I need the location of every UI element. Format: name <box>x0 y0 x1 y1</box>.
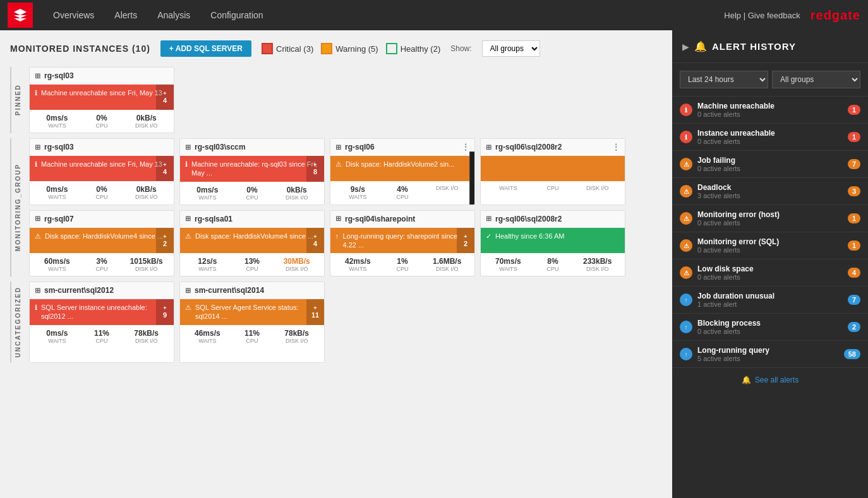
server-icon: ⊞ <box>35 143 40 151</box>
alert-icon: ⚠ <box>185 304 191 312</box>
card-metrics: 0ms/s WAITS 0% CPU 0kB/s DISK I/O <box>30 110 174 133</box>
card-menu-icon[interactable]: ⋮ <box>462 143 469 151</box>
alert-list-item[interactable]: ℹMachine unreachable0 active alerts1 <box>672 97 868 124</box>
card-menu-icon[interactable]: ⋮ <box>612 143 620 151</box>
waits-value: 0ms/s <box>35 114 80 122</box>
add-server-button[interactable]: + ADD SQL SERVER <box>160 40 251 57</box>
alert-list-item[interactable]: ⚠Job failing0 active alerts7 <box>672 151 868 178</box>
server-card[interactable]: ⊞ rg-sql04\sharepoint ↑ Long-running que… <box>330 210 475 277</box>
server-icon: ⊞ <box>35 287 40 295</box>
see-all-alerts[interactable]: 🔔 See all alerts <box>672 368 868 392</box>
alert-count-badge: 4 <box>848 268 860 278</box>
alert-list-item[interactable]: ↑Long-running query5 active alerts58 <box>672 341 868 368</box>
alert-row-title: Monitoring error (SQL) <box>697 237 843 246</box>
metric-cpu: CPU <box>531 185 576 191</box>
count-val: 8 <box>313 168 317 175</box>
page-title: MONITORED INSTANCES (10) <box>10 44 150 54</box>
alert-row-status-icon: ⚠ <box>680 212 692 225</box>
alert-row-subtitle: 3 active alerts <box>697 192 843 199</box>
server-card[interactable]: ⊞ rg-sql07 ⚠ Disk space: HarddiskVolume4… <box>29 210 174 277</box>
alert-list-item[interactable]: ℹInstance unreachable0 active alerts1 <box>672 124 868 151</box>
server-name: rg-sql03 <box>44 71 74 80</box>
server-card[interactable]: ⊞ rg-sql06\sql2008r2 ✓ Healthy since 6:3… <box>480 210 625 277</box>
healthy-label: Healthy (2) <box>401 44 441 54</box>
alert-list-item[interactable]: ↑Blocking process0 active alerts2 <box>672 314 868 341</box>
metric-disk: 78kB/s DISK I/O <box>274 329 319 344</box>
metric-disk: 1015kB/s DISK I/O <box>124 257 169 272</box>
server-icon: ⊞ <box>185 215 191 223</box>
alert-row-title: Low disk space <box>697 264 843 273</box>
waits-label: WAITS <box>486 266 531 272</box>
alert-icon: ℹ <box>185 160 188 169</box>
card-header: ⊞ rg-sql06 ⋮ <box>330 139 474 156</box>
metric-disk: 233kB/s DISK I/O <box>575 257 620 272</box>
server-card[interactable]: ⊞ rg-sqlsa01 ⚠ Disk space: HarddiskVolum… <box>179 210 325 277</box>
nav-analysis[interactable]: Analysis <box>147 0 200 30</box>
sidebar-collapse-btn[interactable]: ▶ <box>682 42 689 52</box>
card-metrics: 70ms/s WAITS 8% CPU 233kB/s DISK I/O <box>481 253 625 276</box>
alert-row-content: Long-running query5 active alerts <box>697 346 839 362</box>
server-card[interactable]: ⊞ sm-current\sql2014 ⚠ SQL Server Agent … <box>179 282 325 362</box>
alert-count: + 9 <box>156 299 174 325</box>
waits-label: WAITS <box>35 194 80 200</box>
cpu-value: 8% <box>531 257 576 266</box>
waits-value: 0ms/s <box>35 185 80 194</box>
show-select[interactable]: All groups <box>482 40 540 57</box>
app-logo[interactable] <box>8 3 33 28</box>
cpu-label: CPU <box>80 122 124 129</box>
nav-overviews[interactable]: Overviews <box>43 0 104 30</box>
cpu-label: CPU <box>380 266 425 272</box>
server-card[interactable]: ⊞ rg-sql06\sql2008r2 ⋮ WAITS <box>480 138 625 205</box>
cpu-label: CPU <box>80 194 124 200</box>
alert-text: SQL Server instance unreachable: sql2012… <box>41 303 169 321</box>
server-card[interactable]: ⊞ rg-sql03 ℹ Machine unreachable since F… <box>29 138 174 205</box>
card-metrics: 0ms/s WAITS 0% CPU 0kB/s DISK I/O <box>30 181 174 204</box>
nav-right: Help | Give feedback redgate <box>724 8 860 23</box>
server-card[interactable]: ⊞ rg-sql03 ℹ Machine unreachable since F… <box>29 67 174 133</box>
alert-text: Disk space: HarddiskVolume4 since ... <box>195 232 319 240</box>
nav-configuration[interactable]: Configuration <box>200 0 273 30</box>
metric-cpu: 0% CPU <box>230 186 275 201</box>
alert-icon: ✓ <box>486 232 491 240</box>
cpu-value: 0% <box>230 186 275 194</box>
time-filter[interactable]: Last 24 hours <box>680 71 768 88</box>
alert-list-item[interactable]: ↑Job duration unusual1 active alert7 <box>672 287 868 314</box>
alert-list-item[interactable]: ⚠Monitoring error (host)0 active alerts1 <box>672 205 868 232</box>
plus-sign: + <box>163 162 166 168</box>
alert-row-status-icon: ⚠ <box>680 266 692 279</box>
alert-row-content: Machine unreachable0 active alerts <box>697 102 843 118</box>
server-name: rg-sql07 <box>44 215 74 223</box>
help-link[interactable]: Help | Give feedback <box>724 11 800 20</box>
metric-waits: 46ms/s WAITS <box>185 329 230 344</box>
plus-sign: + <box>313 234 316 240</box>
metric-cpu: 1% CPU <box>380 257 425 272</box>
nav-alerts[interactable]: Alerts <box>104 0 147 30</box>
alert-row-title: Job duration unusual <box>697 292 843 300</box>
alert-text: Healthy since 6:36 AM <box>495 232 620 240</box>
alert-list-item[interactable]: ⚠Deadlock3 active alerts3 <box>672 178 868 205</box>
pinned-label: PINNED <box>10 67 24 133</box>
metric-waits: 42ms/s WAITS <box>335 257 380 272</box>
alert-count: + 8 <box>306 156 324 182</box>
healthy-box <box>386 43 397 54</box>
main-layout: MONITORED INSTANCES (10) + ADD SQL SERVE… <box>0 30 868 498</box>
alert-icon: ⚠ <box>35 232 41 240</box>
alert-list-item[interactable]: ⚠Monitoring error (SQL)0 active alerts1 <box>672 232 868 259</box>
alert-list-item[interactable]: ⚠Low disk space0 active alerts4 <box>672 259 868 287</box>
alert-row-status-icon: ↑ <box>680 321 692 333</box>
alert-bar: ⚠ Disk space: HarddiskVolume4 since ... … <box>30 228 174 253</box>
cpu-label: CPU <box>230 266 275 272</box>
server-card[interactable]: ⊞ sm-current\sql2012 ℹ SQL Server instan… <box>29 282 174 362</box>
disk-label: DISK I/O <box>124 266 169 272</box>
alert-bar: ⚠ Disk space: HarddiskVolume4 since ... … <box>180 228 324 253</box>
disk-label: DISK I/O <box>575 266 620 272</box>
waits-value: 42ms/s <box>335 257 380 266</box>
server-card[interactable]: ⊞ rg-sql03\sccm ℹ Machine unreachable: r… <box>179 138 325 205</box>
server-icon: ⊞ <box>185 287 191 295</box>
sidebar-header: ▶ 🔔 ALERT HISTORY <box>672 30 868 63</box>
cpu-label: CPU <box>80 338 124 344</box>
cpu-value: 1% <box>380 257 425 266</box>
group-filter[interactable]: All groups <box>772 71 860 88</box>
server-card-rg-sql06[interactable]: ⊞ rg-sql06 ⋮ ⚠ Disk space: HarddiskVolum… <box>330 138 475 205</box>
waits-value: 0ms/s <box>35 329 80 338</box>
